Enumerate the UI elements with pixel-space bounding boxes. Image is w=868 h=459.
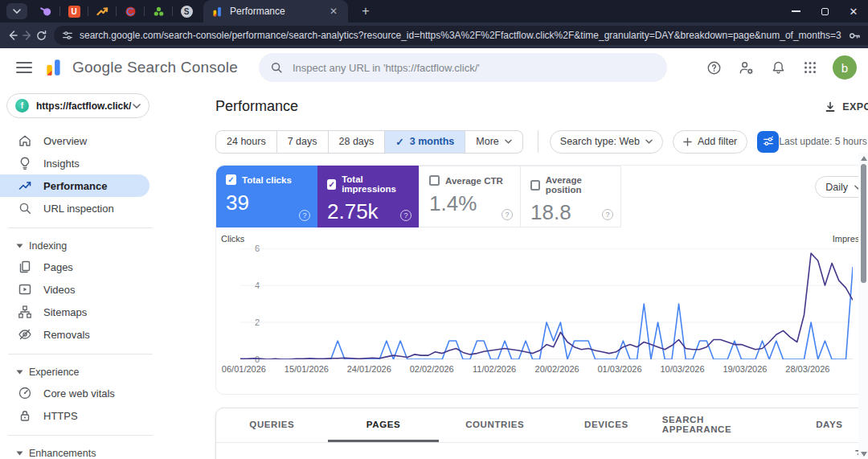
add-filter-button[interactable]: Add filter <box>673 130 747 154</box>
forward-arrow-icon <box>21 29 34 42</box>
checkbox-unchecked-icon[interactable] <box>530 180 540 191</box>
maximize-icon <box>821 8 829 15</box>
section-label: Enhancements <box>29 448 96 459</box>
range-24-hours[interactable]: 24 hours <box>215 130 277 154</box>
page-scrollbar[interactable] <box>858 153 868 459</box>
tile-average-ctr[interactable]: Average CTR 1.4% ? <box>419 166 520 227</box>
close-button[interactable]: ✕ <box>839 0 868 23</box>
url-text[interactable]: search.google.com/search-console/perform… <box>80 30 841 41</box>
tile-value: 18.8 <box>530 200 611 225</box>
x-axis-label: 11/02/2026 <box>473 364 516 374</box>
tab-search-appearance[interactable]: SEARCH APPEARANCE <box>662 408 774 442</box>
sidebar-item-videos[interactable]: Videos <box>0 278 203 301</box>
bell-icon <box>771 60 786 76</box>
sitemap-icon <box>18 305 32 319</box>
avatar-initial: b <box>841 61 848 75</box>
export-button[interactable]: EXPORT <box>825 101 868 113</box>
sidebar-item-url-inspection[interactable]: URL inspection <box>0 197 203 219</box>
minimize-button[interactable] <box>781 0 810 23</box>
tab-days[interactable]: DAYS <box>773 408 868 442</box>
help-circle-icon[interactable]: ? <box>400 210 411 221</box>
site-info-icon[interactable] <box>62 30 73 41</box>
range-28-days[interactable]: 28 days <box>329 130 386 154</box>
tile-average-position[interactable]: Average position 18.8 ? <box>520 166 621 227</box>
video-icon <box>18 282 32 297</box>
chevron-down-icon <box>645 139 653 144</box>
tile-total-impressions[interactable]: ✓Total impressions 2.75k ? <box>317 166 419 227</box>
help-icon <box>706 60 722 76</box>
pinned-tab-red[interactable] <box>118 2 142 20</box>
scrollbar-down-arrow[interactable] <box>861 452 867 457</box>
pinned-tab-globe[interactable]: S <box>174 2 199 20</box>
dimension-tabs: QUERIES PAGES COUNTRIES DEVICES SEARCH A… <box>216 408 868 442</box>
property-selector[interactable]: f https://factflow.click/ <box>6 93 149 118</box>
new-tab-button[interactable]: + <box>356 4 375 18</box>
metric-tiles: ✓Total clicks 39 ? ✓Total impressions 2.… <box>216 166 868 227</box>
tile-label: Total clicks <box>242 175 292 185</box>
sidebar-item-https[interactable]: HTTPS <box>0 404 203 427</box>
pinned-tabs: U S <box>34 2 199 20</box>
home-icon <box>18 133 32 148</box>
scrollbar-up-arrow[interactable] <box>861 156 867 161</box>
help-circle-icon[interactable]: ? <box>602 209 613 220</box>
url-bar[interactable]: search.google.com/search-console/perform… <box>54 26 868 45</box>
sidebar-label: Pages <box>43 261 73 273</box>
back-button[interactable] <box>6 25 19 46</box>
sidebar-item-insights[interactable]: Insights <box>0 152 203 174</box>
help-circle-icon[interactable]: ? <box>299 210 310 221</box>
password-key-icon[interactable] <box>848 29 862 43</box>
pinned-tab-trend[interactable] <box>90 2 114 20</box>
tab-countries[interactable]: COUNTRIES <box>439 408 551 442</box>
search-placeholder: Inspect any URL in 'https://factflow.cli… <box>293 62 480 74</box>
checkbox-unchecked-icon[interactable] <box>429 175 440 186</box>
maximize-button[interactable] <box>810 0 839 23</box>
tile-value: 39 <box>226 191 308 215</box>
scrollbar-thumb[interactable] <box>861 164 866 283</box>
plot-area[interactable] <box>240 248 853 359</box>
hamburger-menu-icon[interactable] <box>16 62 32 73</box>
favicon-letter: f <box>21 101 23 110</box>
url-bar-actions <box>848 29 868 43</box>
sidebar-item-performance[interactable]: Performance <box>0 174 149 197</box>
eye-off-icon <box>18 327 32 342</box>
sidebar-section-experience[interactable]: Experience <box>0 363 203 382</box>
range-more-dropdown[interactable]: More <box>465 130 522 154</box>
account-avatar[interactable]: b <box>833 55 857 80</box>
sidebar-section-enhancements[interactable]: Enhancements <box>0 444 203 459</box>
tab-devices[interactable]: DEVICES <box>551 408 662 442</box>
sidebar-item-sitemaps[interactable]: Sitemaps <box>0 301 203 323</box>
sidebar-section-indexing[interactable]: Indexing <box>0 236 203 256</box>
tab-search-button[interactable] <box>6 3 27 19</box>
help-button[interactable] <box>704 58 723 77</box>
tile-total-clicks[interactable]: ✓Total clicks 39 ? <box>216 166 317 227</box>
help-circle-icon[interactable]: ? <box>502 209 513 220</box>
tab-close-icon[interactable]: ✕ <box>327 5 340 18</box>
forward-button[interactable] <box>21 25 34 46</box>
checkbox-checked-icon[interactable]: ✓ <box>226 174 236 185</box>
url-inspect-search[interactable]: Inspect any URL in 'https://factflow.cli… <box>259 53 667 82</box>
range-7-days[interactable]: 7 days <box>277 130 329 154</box>
tune-icon <box>763 136 774 147</box>
filter-settings-button[interactable] <box>757 131 779 153</box>
tab-queries[interactable]: QUERIES <box>216 408 328 442</box>
pinned-tab-comet[interactable] <box>34 2 58 20</box>
sidebar-item-core-web-vitals[interactable]: Core web vitals <box>0 382 203 404</box>
sidebar-item-pages[interactable]: Pages <box>0 256 203 278</box>
sidebar-item-overview[interactable]: Overview <box>0 129 203 152</box>
user-settings-button[interactable] <box>736 58 755 77</box>
active-browser-tab[interactable]: Performance ✕ <box>203 0 348 23</box>
apps-grid-button[interactable] <box>800 58 820 77</box>
notifications-button[interactable] <box>768 58 788 77</box>
search-type-dropdown[interactable]: Search type: Web <box>550 130 663 154</box>
pinned-tab-u[interactable]: U <box>62 2 86 20</box>
range-3-months-selected[interactable]: ✓3 months <box>385 130 465 154</box>
browser-toolbar: search.google.com/search-console/perform… <box>0 23 868 48</box>
tile-label: Total impressions <box>342 174 409 194</box>
sidebar-item-removals[interactable]: Removals <box>0 323 203 346</box>
reload-button[interactable] <box>35 25 47 46</box>
sidebar-divider <box>8 435 153 436</box>
checkbox-checked-icon[interactable]: ✓ <box>327 179 336 190</box>
tab-pages[interactable]: PAGES <box>328 408 440 442</box>
gauge-icon <box>18 386 32 400</box>
pinned-tab-green[interactable] <box>146 2 170 20</box>
